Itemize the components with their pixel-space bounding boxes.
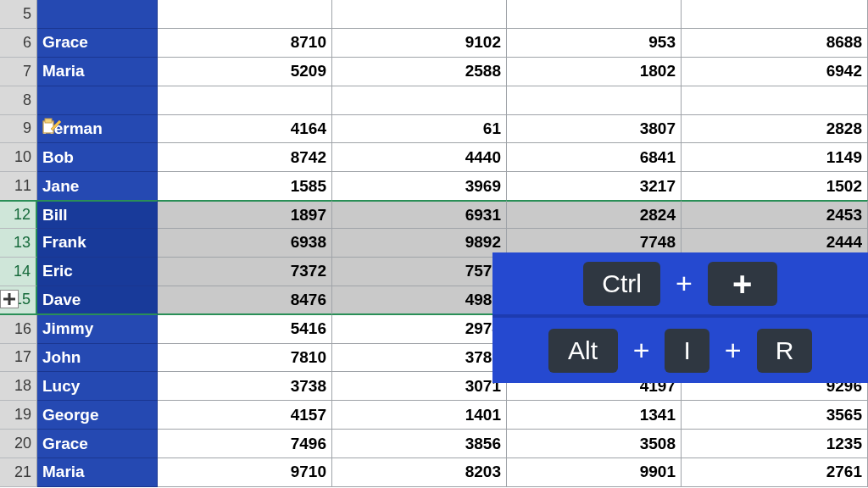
name-cell[interactable]: Maria (37, 58, 158, 86)
row-header[interactable]: 18 (0, 372, 37, 401)
name-cell[interactable] (37, 0, 158, 29)
spreadsheet-grid[interactable]: 56Grace8710910295386887Maria520925881802… (0, 0, 868, 487)
row-header[interactable]: 21 (0, 458, 37, 487)
svg-rect-1 (45, 119, 52, 123)
data-cell[interactable]: 3780 (332, 344, 507, 373)
data-cell[interactable]: 8688 (682, 29, 868, 58)
data-cell[interactable]: 8476 (158, 286, 332, 315)
data-cell[interactable]: 8710 (158, 29, 332, 58)
data-cell[interactable] (332, 0, 507, 29)
data-cell[interactable]: 2974 (332, 315, 507, 344)
shortcut-row-1: Ctrl + + (492, 252, 868, 318)
data-cell[interactable]: 5209 (158, 58, 332, 86)
name-cell[interactable] (37, 86, 158, 115)
row-header[interactable]: 13 (0, 229, 37, 258)
data-cell[interactable]: 1341 (507, 401, 682, 430)
data-cell[interactable] (682, 86, 868, 115)
data-cell[interactable]: 6938 (158, 229, 332, 258)
keyboard-shortcut-overlay: Ctrl + + Alt + I + R (492, 252, 868, 383)
name-cell[interactable]: George (37, 401, 158, 430)
data-cell[interactable]: 1585 (158, 172, 332, 201)
data-cell[interactable]: 6931 (332, 200, 507, 229)
data-cell[interactable]: 2761 (682, 458, 868, 487)
row-header[interactable]: 7 (0, 58, 37, 86)
data-cell[interactable]: 1235 (682, 430, 868, 458)
data-cell[interactable]: 7810 (158, 344, 332, 373)
data-cell[interactable]: 3969 (332, 172, 507, 201)
svg-rect-3 (3, 298, 15, 301)
row-insert-cursor-icon (0, 290, 19, 308)
row-header[interactable]: 12 (0, 200, 37, 229)
plus-separator: + (725, 334, 742, 367)
data-cell[interactable]: 9710 (158, 458, 332, 487)
data-cell[interactable]: 9892 (332, 229, 507, 258)
data-cell[interactable]: 4157 (158, 401, 332, 430)
row-header[interactable]: 16 (0, 315, 37, 344)
name-cell[interactable]: Jimmy (37, 315, 158, 344)
data-cell[interactable]: 61 (332, 115, 507, 144)
plus-separator: + (633, 334, 650, 367)
row-header[interactable]: 8 (0, 86, 37, 115)
shortcut-row-2: Alt + I + R (492, 318, 868, 383)
data-cell[interactable]: 1897 (158, 200, 332, 229)
data-cell[interactable]: 2453 (682, 200, 868, 229)
data-cell[interactable]: 953 (507, 29, 682, 58)
name-cell[interactable]: Maria (37, 458, 158, 487)
row-header[interactable]: 19 (0, 401, 37, 430)
data-cell[interactable]: 3807 (507, 115, 682, 144)
data-cell[interactable] (507, 0, 682, 29)
name-cell[interactable]: Eric (37, 258, 158, 286)
paste-options-icon[interactable] (42, 117, 61, 134)
data-cell[interactable] (682, 0, 868, 29)
row-header[interactable]: 11 (0, 172, 37, 201)
data-cell[interactable] (158, 86, 332, 115)
data-cell[interactable]: 9102 (332, 29, 507, 58)
row-header[interactable]: 6 (0, 29, 37, 58)
row-header[interactable]: 5 (0, 0, 37, 29)
data-cell[interactable]: 7578 (332, 258, 507, 286)
data-cell[interactable]: 7372 (158, 258, 332, 286)
data-cell[interactable]: 4440 (332, 143, 507, 172)
data-cell[interactable]: 2828 (682, 115, 868, 144)
data-cell[interactable]: 6942 (682, 58, 868, 86)
data-cell[interactable]: 8742 (158, 143, 332, 172)
data-cell[interactable] (332, 86, 507, 115)
name-cell[interactable]: Dave (37, 286, 158, 315)
data-cell[interactable]: 3508 (507, 430, 682, 458)
data-cell[interactable]: 9901 (507, 458, 682, 487)
data-cell[interactable]: 1502 (682, 172, 868, 201)
name-cell[interactable]: Grace (37, 430, 158, 458)
data-cell[interactable] (158, 0, 332, 29)
data-cell[interactable] (507, 86, 682, 115)
name-cell[interactable]: Jane (37, 172, 158, 201)
row-header[interactable]: 10 (0, 143, 37, 172)
name-cell[interactable]: Grace (37, 29, 158, 58)
name-cell[interactable]: Lucy (37, 372, 158, 401)
data-cell[interactable]: 1802 (507, 58, 682, 86)
name-cell[interactable]: Bill (37, 200, 158, 229)
name-cell[interactable]: John (37, 344, 158, 373)
row-header[interactable]: 17 (0, 344, 37, 373)
data-cell[interactable]: 3565 (682, 401, 868, 430)
data-cell[interactable]: 5416 (158, 315, 332, 344)
data-cell[interactable]: 3217 (507, 172, 682, 201)
data-cell[interactable]: 2824 (507, 200, 682, 229)
name-cell[interactable]: Bob (37, 143, 158, 172)
data-cell[interactable]: 1149 (682, 143, 868, 172)
row-header[interactable]: 9 (0, 115, 37, 144)
plus-separator: + (676, 267, 693, 300)
data-cell[interactable]: 4981 (332, 286, 507, 315)
data-cell[interactable]: 2588 (332, 58, 507, 86)
data-cell[interactable]: 8203 (332, 458, 507, 487)
data-cell[interactable]: 4164 (158, 115, 332, 144)
row-header[interactable]: 20 (0, 430, 37, 458)
data-cell[interactable]: 3856 (332, 430, 507, 458)
key-alt: Alt (548, 329, 618, 373)
data-cell[interactable]: 6841 (507, 143, 682, 172)
data-cell[interactable]: 3071 (332, 372, 507, 401)
name-cell[interactable]: Frank (37, 229, 158, 258)
data-cell[interactable]: 3738 (158, 372, 332, 401)
data-cell[interactable]: 7496 (158, 430, 332, 458)
row-header[interactable]: 14 (0, 258, 37, 286)
data-cell[interactable]: 1401 (332, 401, 507, 430)
